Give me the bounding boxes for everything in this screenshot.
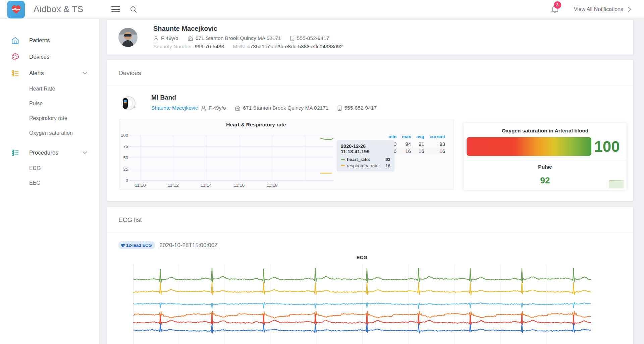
mrn-label: MRN bbox=[233, 44, 245, 50]
home-icon bbox=[235, 105, 240, 111]
svg-text:11:10: 11:10 bbox=[135, 183, 146, 188]
patient-name: Shaunte Macejkovic bbox=[153, 25, 352, 33]
security-number-value: 999-76-5433 bbox=[195, 44, 224, 50]
list-icon bbox=[11, 149, 19, 157]
svg-text:11:12: 11:12 bbox=[168, 183, 179, 188]
svg-text:11:18: 11:18 bbox=[267, 183, 278, 188]
pulse-panel: Pulse 92 bbox=[464, 161, 627, 188]
home-icon bbox=[11, 36, 19, 45]
devices-section-title: Devices bbox=[107, 60, 633, 85]
brand: Aidbox & TS bbox=[0, 0, 100, 18]
sidebar-item-label: Patients bbox=[29, 37, 50, 44]
patient-phone: 555-852-9417 bbox=[290, 35, 329, 41]
ecg-chart-title: ECG bbox=[133, 254, 591, 260]
patient-address: 671 Stanton Brook Quincy MA 02171 bbox=[187, 35, 281, 41]
sidebar-item-patients[interactable]: Patients bbox=[0, 32, 99, 49]
spo2-title: Oxygen saturation in Arterial blood bbox=[464, 123, 627, 134]
sidebar-item-label: Devices bbox=[29, 54, 49, 60]
device-info: Mi Band Shaunte Macejkovic F 49y/o 671 S… bbox=[151, 94, 386, 113]
svg-text:100: 100 bbox=[121, 133, 128, 138]
spo2-value: 100 bbox=[591, 137, 623, 156]
phone-icon bbox=[337, 105, 342, 111]
ecg-timestamp: 2020-10-28T15:00:00Z bbox=[160, 242, 218, 249]
svg-text:0: 0 bbox=[126, 178, 128, 183]
sidebar-subitem-respiratory-rate[interactable]: Respiratory rate bbox=[0, 111, 99, 126]
notification-count-badge: 3 bbox=[554, 1, 561, 9]
sidebar-item-alerts[interactable]: Alerts bbox=[0, 65, 99, 81]
patient-info: Shaunte Macejkovic F 49y/o 671 Stanton B… bbox=[153, 25, 352, 50]
heart-pulse-icon bbox=[121, 243, 125, 247]
svg-text:11:14: 11:14 bbox=[201, 183, 212, 188]
mrn-value: c735a1c7-de3b-e8dc-5383-effc04383d92 bbox=[248, 44, 343, 50]
home-icon bbox=[187, 36, 193, 41]
sidebar-item-devices[interactable]: Devices bbox=[0, 49, 99, 65]
device-phone: 555-852-9417 bbox=[337, 105, 377, 111]
sidebar-subitem-oxygen-saturation[interactable]: Oxygen saturation bbox=[0, 126, 99, 140]
ecg-chart[interactable] bbox=[133, 264, 591, 344]
search-icon[interactable] bbox=[130, 6, 137, 13]
device-patient-link[interactable]: Shaunte Macejkovic bbox=[151, 105, 198, 111]
device-image bbox=[118, 94, 138, 113]
patient-gender-age: F 49y/o bbox=[153, 35, 178, 41]
svg-text:75: 75 bbox=[123, 144, 128, 149]
phone-icon bbox=[290, 36, 294, 41]
header-right: 3 View All Notifications bbox=[550, 5, 644, 14]
app-header: Aidbox & TS 3 View All Notifications bbox=[0, 0, 644, 19]
ecg-list-title: ECG list bbox=[107, 207, 633, 232]
svg-text:25: 25 bbox=[123, 167, 128, 172]
sidebar-item-label: Alerts bbox=[29, 70, 44, 77]
heart-respiratory-chart[interactable]: 025507510011:1011:1211:1411:1611:18 bbox=[119, 119, 341, 190]
app-title: Aidbox & TS bbox=[34, 4, 83, 14]
app-logo[interactable] bbox=[7, 1, 25, 18]
sidebar-subitem-ecg[interactable]: ECG bbox=[0, 161, 99, 176]
chevron-down-icon bbox=[83, 151, 87, 154]
menu-toggle-icon[interactable] bbox=[111, 5, 120, 14]
ecg-chart-wrap: ECG bbox=[107, 254, 633, 344]
palette-icon bbox=[11, 53, 19, 61]
ecg-type-badge[interactable]: 12-lead ECG bbox=[118, 241, 155, 249]
device-name: Mi Band bbox=[151, 94, 386, 101]
oxygen-saturation-panel: Oxygen saturation in Arterial blood 100 … bbox=[464, 123, 627, 190]
person-icon bbox=[153, 36, 159, 41]
security-number-label: Security Number bbox=[153, 44, 192, 50]
sidebar-item-procedures[interactable]: Procedures bbox=[0, 145, 99, 161]
sidebar-subitem-heart-rate[interactable]: Heart Rate bbox=[0, 81, 99, 96]
patient-avatar bbox=[118, 28, 138, 47]
tooltip-timestamp: 2020-12-26 11:18:41.199 bbox=[341, 144, 390, 154]
device-address: 671 Stanton Brook Quincy MA 02171 bbox=[235, 105, 328, 111]
sidebar-subitem-eeg[interactable]: EEG bbox=[0, 176, 99, 190]
chevron-right-icon[interactable] bbox=[627, 7, 632, 12]
chart-tooltip: 2020-12-26 11:18:41.199 heart_rate:93res… bbox=[337, 140, 394, 171]
notifications-bell[interactable]: 3 bbox=[550, 5, 559, 14]
spo2-gradient-bar bbox=[467, 137, 591, 156]
main-content: Shaunte Macejkovic F 49y/o 671 Stanton B… bbox=[100, 0, 644, 344]
pulse-sparkline bbox=[608, 177, 624, 188]
sidebar-item-label: Procedures bbox=[29, 150, 58, 156]
hr-chart-title: Heart & Respiratory rate bbox=[119, 122, 393, 128]
svg-text:11:16: 11:16 bbox=[234, 183, 245, 188]
list-icon bbox=[11, 69, 19, 77]
device-gender-age: F 49y/o bbox=[201, 105, 226, 111]
ecg-list-card: ECG list 12-lead ECG 2020-10-28T15:00:00… bbox=[107, 207, 633, 344]
tooltip-series-row: respiratory_rate:16 bbox=[341, 163, 390, 168]
view-all-notifications-link[interactable]: View All Notifications bbox=[574, 6, 623, 12]
pulse-title: Pulse bbox=[464, 161, 627, 170]
devices-card: Devices Mi Band Shaunte Macejkovic bbox=[107, 60, 633, 201]
device-row: Mi Band Shaunte Macejkovic F 49y/o 671 S… bbox=[107, 85, 633, 113]
sidebar-subitem-pulse[interactable]: Pulse bbox=[0, 96, 99, 111]
heart-pulse-logo-icon bbox=[10, 4, 22, 15]
tooltip-series-row: heart_rate:93 bbox=[341, 157, 390, 162]
pulse-value: 92 bbox=[464, 175, 627, 186]
patient-card: Shaunte Macejkovic F 49y/o 671 Stanton B… bbox=[107, 20, 633, 55]
svg-text:50: 50 bbox=[123, 155, 128, 160]
chevron-down-icon bbox=[83, 72, 87, 75]
vitals-row: Heart & Respiratory rate 025507510011:10… bbox=[107, 119, 633, 190]
heart-respiratory-chart-panel: Heart & Respiratory rate 025507510011:10… bbox=[119, 119, 454, 190]
sidebar: PatientsDevicesAlertsHeart RatePulseResp… bbox=[0, 19, 100, 344]
person-icon bbox=[201, 105, 206, 111]
